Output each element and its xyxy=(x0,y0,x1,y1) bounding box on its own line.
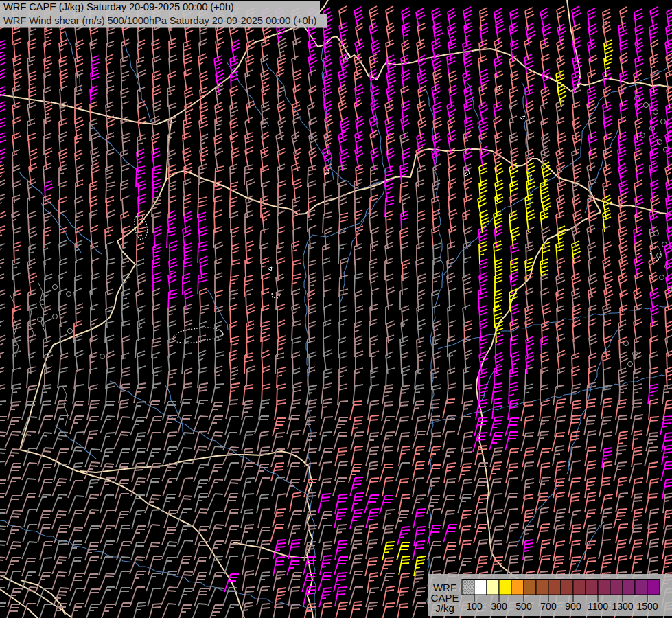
svg-text:J/kg: J/kg xyxy=(435,602,454,614)
svg-text:700: 700 xyxy=(540,601,557,612)
svg-text:900: 900 xyxy=(565,601,581,612)
svg-text:1300: 1300 xyxy=(612,601,633,612)
svg-text:100: 100 xyxy=(466,601,483,612)
svg-text:1100: 1100 xyxy=(588,601,608,612)
svg-text:1500: 1500 xyxy=(636,601,658,612)
svg-text:500: 500 xyxy=(515,601,532,612)
svg-text:WRF CAPE (J/kg) Saturday 20-09: WRF CAPE (J/kg) Saturday 20-09-2025 00:0… xyxy=(3,1,234,12)
svg-text:WRF Wind shear (m/s) 500/1000h: WRF Wind shear (m/s) 500/1000hPa Saturda… xyxy=(3,15,317,26)
svg-text:300: 300 xyxy=(491,601,507,612)
